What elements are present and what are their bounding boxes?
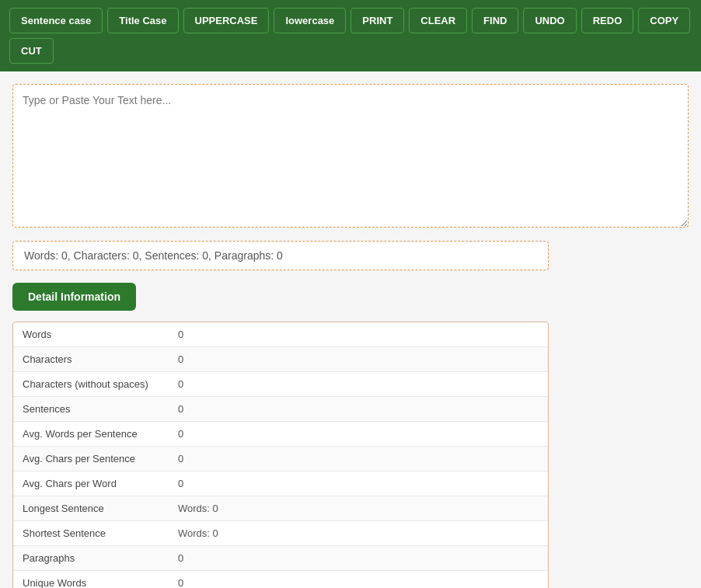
row-label: Paragraphs: [13, 546, 169, 571]
row-value: Words: 0: [169, 496, 548, 521]
table-row: Characters0: [13, 347, 548, 372]
row-value: 0: [169, 546, 548, 571]
sentence-case-button[interactable]: Sentence case: [9, 8, 103, 33]
row-label: Characters (without spaces): [13, 372, 169, 397]
row-label: Words: [13, 322, 169, 347]
row-label: Characters: [13, 347, 169, 372]
row-label: Shortest Sentence: [13, 521, 169, 546]
row-label: Avg. Chars per Word: [13, 471, 169, 496]
title-case-button[interactable]: Title Case: [107, 8, 178, 33]
text-editor[interactable]: [12, 84, 689, 228]
table-row: Paragraphs0: [13, 546, 548, 571]
row-label: Avg. Words per Sentence: [13, 422, 169, 447]
row-label: Unique Words: [13, 571, 169, 589]
find-button[interactable]: FIND: [472, 8, 518, 33]
row-value: 0: [169, 322, 548, 347]
redo-button[interactable]: REDO: [581, 8, 634, 33]
main-area: Words: 0, Characters: 0, Sentences: 0, P…: [0, 71, 701, 588]
undo-button[interactable]: UNDO: [523, 8, 576, 33]
clear-button[interactable]: CLEAR: [409, 8, 467, 33]
table-row: Longest SentenceWords: 0: [13, 496, 548, 521]
row-value: 0: [169, 571, 548, 589]
detail-information-button[interactable]: Detail Information: [12, 283, 136, 311]
table-row: Unique Words0: [13, 571, 548, 589]
table-row: Sentences0: [13, 397, 548, 422]
table-row: Characters (without spaces)0: [13, 372, 548, 397]
print-button[interactable]: PRINT: [350, 8, 404, 33]
row-label: Longest Sentence: [13, 496, 169, 521]
row-value: 0: [169, 471, 548, 496]
table-row: Avg. Chars per Sentence0: [13, 447, 548, 471]
row-value: Words: 0: [169, 521, 548, 546]
row-value: 0: [169, 397, 548, 422]
table-row: Shortest SentenceWords: 0: [13, 521, 548, 546]
row-value: 0: [169, 422, 548, 447]
stats-bar: Words: 0, Characters: 0, Sentences: 0, P…: [12, 241, 549, 270]
row-label: Avg. Chars per Sentence: [13, 447, 169, 471]
row-label: Sentences: [13, 397, 169, 422]
toolbar: Sentence caseTitle CaseUPPERCASElowercas…: [0, 0, 701, 71]
copy-button[interactable]: COPY: [638, 8, 690, 33]
row-value: 0: [169, 347, 548, 372]
table-row: Words0: [13, 322, 548, 347]
uppercase-button[interactable]: UPPERCASE: [183, 8, 270, 33]
lowercase-button[interactable]: lowercase: [274, 8, 346, 33]
stats-text: Words: 0, Characters: 0, Sentences: 0, P…: [24, 249, 283, 262]
row-value: 0: [169, 372, 548, 397]
detail-table: Words0Characters0Characters (without spa…: [12, 322, 549, 588]
cut-button[interactable]: CUT: [9, 38, 54, 64]
row-value: 0: [169, 447, 548, 471]
table-row: Avg. Chars per Word0: [13, 471, 548, 496]
table-row: Avg. Words per Sentence0: [13, 422, 548, 447]
